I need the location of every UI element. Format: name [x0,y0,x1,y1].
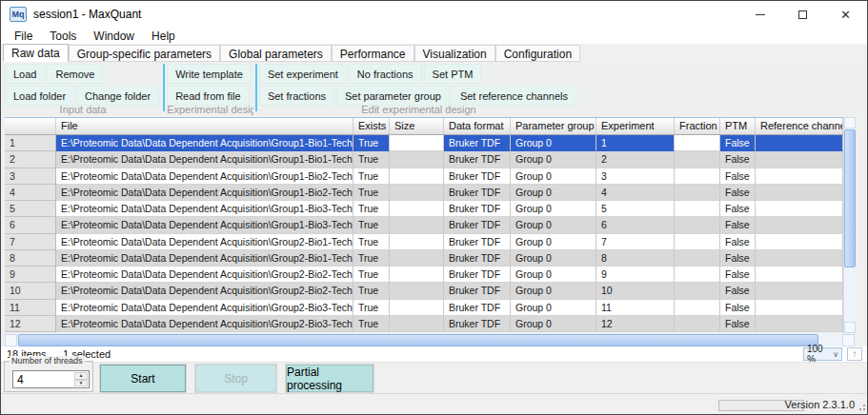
cell-file: E:\Proteomic Data\Data Dependent Acquisi… [56,300,353,316]
column-header-parameter-group[interactable]: Parameter group [511,118,596,134]
threads-stepper[interactable]: 4 ▲ ▼ [12,370,90,388]
stepper-up-button[interactable]: ▲ [74,372,88,380]
horizontal-scrollbar-thumb[interactable] [18,334,818,346]
column-header-experiment[interactable]: Experiment [596,118,675,134]
cell-reference-channels [756,168,843,185]
minimize-button[interactable] [738,1,781,29]
number-of-threads-label: Number of threads [10,356,85,366]
vertical-scrollbar-thumb[interactable] [844,129,856,267]
column-header-data-format[interactable]: Data format [444,118,511,134]
row-number: 5 [5,201,56,217]
stepper-down-button[interactable]: ▼ [74,380,88,387]
scroll-down-button[interactable] [844,322,856,333]
cell-exists: True [353,234,390,250]
set-fractions-button[interactable]: Set fractions [259,86,334,106]
set-experiment-button[interactable]: Set experiment [259,64,347,84]
write-template-button[interactable]: Write template [167,64,252,84]
cell-exists: True [353,316,390,332]
toolbar-group-experimental-design-file: Write templateRead from fileExperimental… [167,64,253,115]
cell-reference-channels [756,250,843,267]
tab-configuration[interactable]: Configuration [495,45,580,62]
table-row[interactable]: 6E:\Proteomic Data\Data Dependent Acquis… [5,217,843,233]
cell-size [390,300,444,316]
scroll-right-button[interactable] [842,334,855,346]
cell-size [390,217,444,233]
column-header-file[interactable]: File [56,118,353,134]
cell-ptm: False [720,201,756,217]
column-header-size[interactable]: Size [390,118,444,134]
cell-fraction [675,250,720,267]
table-row[interactable]: 3E:\Proteomic Data\Data Dependent Acquis… [5,168,843,185]
cell-data-format: Bruker TDF [444,267,511,283]
maximize-button[interactable] [781,1,824,29]
table-header-row: FileExistsSizeData formatParameter group… [5,117,843,135]
row-number: 12 [5,316,56,332]
remove-button[interactable]: Remove [47,64,103,84]
cell-size [390,267,444,283]
collapse-panel-button[interactable]: ↑ [847,347,862,361]
start-button[interactable]: Start [100,365,186,392]
table-row[interactable]: 7E:\Proteomic Data\Data Dependent Acquis… [5,234,843,250]
tab-performance[interactable]: Performance [332,45,414,62]
table-row[interactable]: 1E:\Proteomic Data\Data Dependent Acquis… [5,135,843,151]
cell-parameter-group: Group 0 [511,168,596,185]
cell-reference-channels [756,316,843,332]
close-button[interactable]: ✕ [824,1,867,29]
set-ptm-button[interactable]: Set PTM [424,64,482,84]
column-header-exists[interactable]: Exists [353,118,390,134]
load-button[interactable]: Load [5,64,45,84]
row-number: 1 [5,135,56,151]
menu-window[interactable]: Window [85,30,143,43]
table-row[interactable]: 8E:\Proteomic Data\Data Dependent Acquis… [5,250,843,267]
title-bar: Mq session1 - MaxQuant ✕ [1,1,867,29]
table-row[interactable]: 4E:\Proteomic Data\Data Dependent Acquis… [5,185,843,201]
set-reference-channels-button[interactable]: Set reference channels [452,86,576,106]
table-row[interactable]: 9E:\Proteomic Data\Data Dependent Acquis… [5,267,843,283]
column-header-fraction[interactable]: Fraction [675,118,720,134]
menu-help[interactable]: Help [143,30,184,43]
cell-data-format: Bruker TDF [444,250,511,267]
cell-fraction [675,135,720,151]
load-folder-button[interactable]: Load folder [5,86,74,106]
cell-ptm: False [720,217,756,233]
menu-file[interactable]: File [1,30,41,43]
cell-parameter-group: Group 0 [511,250,596,267]
column-header-reference-channels[interactable]: Reference channels [756,118,843,134]
no-fractions-button[interactable]: No fractions [349,64,422,84]
cell-data-format: Bruker TDF [444,151,511,168]
scroll-left-button[interactable] [5,334,17,346]
maxquant-window: Mq session1 - MaxQuant ✕ FileToolsWindow… [0,0,868,415]
cell-fraction [675,316,720,332]
cell-experiment: 8 [596,250,675,267]
table-row[interactable]: 11E:\Proteomic Data\Data Dependent Acqui… [5,300,843,316]
vertical-scrollbar[interactable] [843,117,855,333]
cell-fraction [675,201,720,217]
tab-global-parameters[interactable]: Global parameters [220,45,332,62]
partial-processing-button[interactable]: Partial processing [286,365,373,392]
cell-ptm: False [720,283,756,299]
read-from-file-button[interactable]: Read from file [167,86,249,106]
toolbar-row: Set experimentNo fractionsSet PTM [259,64,578,84]
table-row[interactable]: 10E:\Proteomic Data\Data Dependent Acqui… [5,283,843,299]
tab-raw-data[interactable]: Raw data [3,44,69,62]
row-number: 6 [5,217,56,233]
table-row[interactable]: 2E:\Proteomic Data\Data Dependent Acquis… [5,151,843,168]
cell-file: E:\Proteomic Data\Data Dependent Acquisi… [56,234,353,250]
cell-size [390,234,444,250]
cell-file: E:\Proteomic Data\Data Dependent Acquisi… [56,283,353,299]
zoom-level-dropdown[interactable]: 100 % ∨ [803,347,842,361]
menu-tools[interactable]: Tools [41,30,85,43]
column-header-ptm[interactable]: PTM [720,118,756,134]
horizontal-scrollbar[interactable] [5,334,855,346]
set-parameter-group-button[interactable]: Set parameter group [336,86,450,106]
resize-grip-icon[interactable] [858,405,865,412]
window-controls: ✕ [738,1,867,29]
change-folder-button[interactable]: Change folder [76,86,159,106]
table-row[interactable]: 5E:\Proteomic Data\Data Dependent Acquis… [5,201,843,217]
cell-parameter-group: Group 0 [511,151,596,168]
table-row[interactable]: 12E:\Proteomic Data\Data Dependent Acqui… [5,316,843,332]
tab-group-specific-parameters[interactable]: Group-specific parameters [69,45,220,62]
scroll-up-button[interactable] [844,117,856,128]
stop-button[interactable]: Stop [195,365,276,392]
tab-visualization[interactable]: Visualization [414,45,495,62]
